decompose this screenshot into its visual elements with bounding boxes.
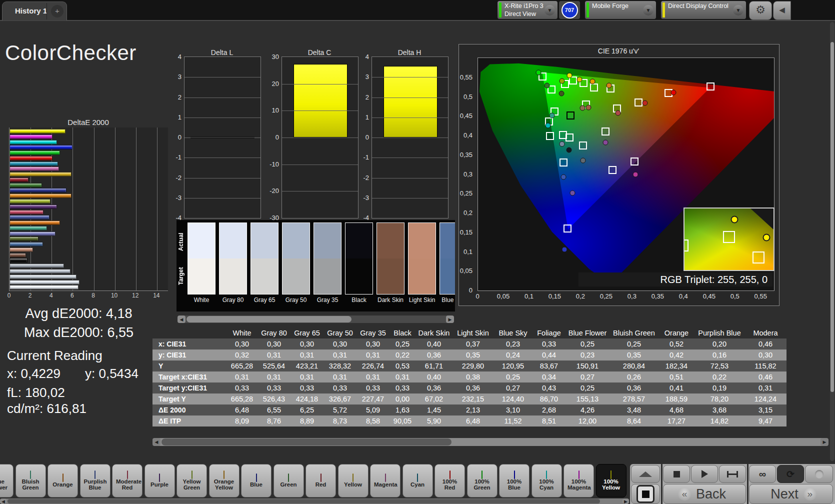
swatch-scrollbar[interactable]: ◀ ▶: [178, 316, 454, 323]
chevron-down-icon[interactable]: ▼: [544, 5, 555, 16]
chevron-down-icon[interactable]: ▼: [643, 5, 654, 16]
patch-button-orange[interactable]: Orange: [48, 464, 78, 498]
patch-button-100-magenta[interactable]: 100% Magenta: [564, 464, 594, 498]
patch-button-100-yellow[interactable]: 100% Yellow: [596, 464, 626, 498]
table-cell: 0,31: [290, 350, 324, 360]
scroll-left-icon[interactable]: ◀: [152, 438, 160, 446]
patch-button-orange-yellow[interactable]: Orange Yellow: [209, 464, 240, 498]
table-cell: 0,36: [610, 382, 658, 394]
patch-button-100-red[interactable]: 100% Red: [434, 464, 465, 498]
inset-circle-marker: [730, 216, 738, 224]
patch-button-red[interactable]: Red: [306, 464, 336, 498]
table-cell: 67,02: [416, 394, 452, 404]
cie-target-point: [608, 166, 616, 174]
patch-swatch: [30, 470, 31, 479]
table-col-header-gray-80: Gray 80: [258, 328, 290, 338]
chevron-down-icon[interactable]: ▼: [733, 5, 744, 16]
swatch-scrollbar-thumb[interactable]: [186, 316, 352, 322]
swatch-white: White: [188, 222, 216, 304]
patch-button-label: Moderate Red: [116, 478, 139, 491]
patch-button-100-green[interactable]: 100% Green: [467, 464, 498, 498]
table-cell: 525,64: [258, 360, 290, 372]
table-row--e-itp: ΔE ITP8,098,768,898,738,5890,055,906,481…: [152, 416, 786, 426]
scroll-up-button[interactable]: [631, 465, 660, 483]
swatch-target: [282, 258, 310, 294]
swatch-label: Blue Sky: [440, 296, 455, 304]
patch-button-100-blue[interactable]: 100% Blue: [499, 464, 530, 498]
swatch-target: [251, 258, 278, 294]
stop-button[interactable]: [663, 465, 690, 483]
patch-button-blue[interactable]: Blue: [241, 464, 272, 498]
delta-c-tick-label: -10: [270, 160, 279, 168]
patch-button-yellow[interactable]: Yellow: [338, 464, 368, 498]
delta-h-gridline: [372, 158, 448, 158]
scroll-right-icon[interactable]: ▶: [622, 498, 629, 504]
meter-line1: X-Rite i1Pro 3: [504, 2, 544, 10]
patch-swatch: [546, 470, 547, 479]
cie-measured-point: [566, 147, 572, 152]
delta-l-tick-label: 4: [178, 53, 182, 60]
settings-button[interactable]: ⚙: [749, 1, 772, 20]
patch-button-cyan[interactable]: Cyan: [402, 464, 433, 498]
patch-button-bluish-green[interactable]: Bluish Green: [16, 464, 46, 498]
patch-swatch: [288, 474, 289, 482]
swatch-gray-80: Gray 80: [219, 222, 247, 304]
delta-l-gridline: [184, 77, 260, 78]
patch-button-moderate-red[interactable]: Moderate Red: [112, 464, 142, 498]
collapse-panel-button[interactable]: ◀: [773, 1, 791, 20]
scroll-left-icon[interactable]: ◀: [178, 316, 186, 323]
meter-line2: Direct View: [504, 10, 536, 18]
cie-utick-label: 0,15: [548, 292, 561, 300]
single-read-button[interactable]: [805, 465, 833, 483]
patch-button-purple[interactable]: Purple: [144, 464, 175, 498]
patch-button-100-cyan[interactable]: 100% Cyan: [532, 464, 562, 498]
table-cell: 0,30: [226, 338, 258, 350]
table-scrollbar-thumb[interactable]: [162, 438, 452, 446]
patch-button-yellow-green[interactable]: Yellow Green: [176, 464, 207, 498]
cie-measured-point: [536, 70, 542, 75]
add-tab-button[interactable]: +: [51, 5, 64, 18]
table-row-label: Target x:CIE31: [152, 372, 226, 382]
range-read-button[interactable]: [719, 465, 746, 483]
patch-button-green[interactable]: Green: [274, 464, 304, 498]
current-fl-value: fL: 180,02: [7, 385, 65, 400]
cie-utick-label: 0,2: [576, 292, 585, 300]
back-button[interactable]: « Back: [663, 484, 746, 504]
meter-direct-display-dropdown[interactable]: Direct Display Control ▼: [661, 1, 746, 19]
table-cell: 0,25: [566, 382, 610, 394]
patch-button-magenta[interactable]: Magenta: [370, 464, 400, 498]
table-cell: 0,31: [258, 350, 290, 360]
vertical-scrollbar-thumb[interactable]: [830, 42, 834, 392]
target-row-label: Target: [178, 260, 186, 292]
scroll-right-icon[interactable]: ▶: [820, 438, 828, 446]
delta-c-tick-label: 20: [272, 80, 279, 87]
scroll-left-icon[interactable]: ◀: [0, 498, 6, 504]
patch-swatch: [417, 474, 418, 482]
table-col-header-light-skin: Light Skin: [452, 328, 494, 338]
table-cell: 0,46: [744, 372, 786, 382]
next-button[interactable]: Next »: [749, 484, 833, 504]
vertical-scrollbar[interactable]: [830, 22, 834, 461]
table-row-x-cie31: x: CIE310,300,300,300,300,300,250,400,37…: [152, 338, 786, 350]
delta-l-title: Delta L: [184, 48, 260, 56]
delta-h-gridline: [372, 77, 448, 78]
table-cell: 83,67: [532, 360, 566, 372]
tab-history-1[interactable]: History 1: [9, 6, 47, 15]
cie-measured-point: [580, 105, 586, 110]
patch-button-purplish-blue[interactable]: Purplish Blue: [80, 464, 110, 498]
continuous-read-button[interactable]: ∞: [749, 465, 776, 483]
stop-pattern-button[interactable]: [631, 484, 660, 504]
table-scrollbar[interactable]: ◀ ▶: [152, 438, 828, 446]
current-reading-heading: Current Reading: [7, 348, 102, 364]
loop-read-button-active[interactable]: ⟳: [777, 465, 804, 483]
scroll-right-icon[interactable]: ▶: [446, 316, 454, 323]
transport-panel: ∞ ⟳ « Back Next »: [630, 464, 835, 504]
patch-strip-scrollbar-thumb[interactable]: [8, 499, 600, 504]
play-button[interactable]: [691, 465, 718, 483]
meter-mobile-forge-dropdown[interactable]: Mobile Forge ▼: [585, 1, 656, 19]
meter-xrite-dropdown[interactable]: X-Rite i1Pro 3 Direct View ▼: [498, 1, 558, 19]
table-cell: 5,72: [324, 404, 356, 416]
patch-strip-scrollbar[interactable]: ◀ ▶: [0, 498, 629, 504]
table-cell: 0,31: [356, 350, 390, 360]
patch-button-blue-flower[interactable]: Blue Flower: [0, 464, 14, 498]
